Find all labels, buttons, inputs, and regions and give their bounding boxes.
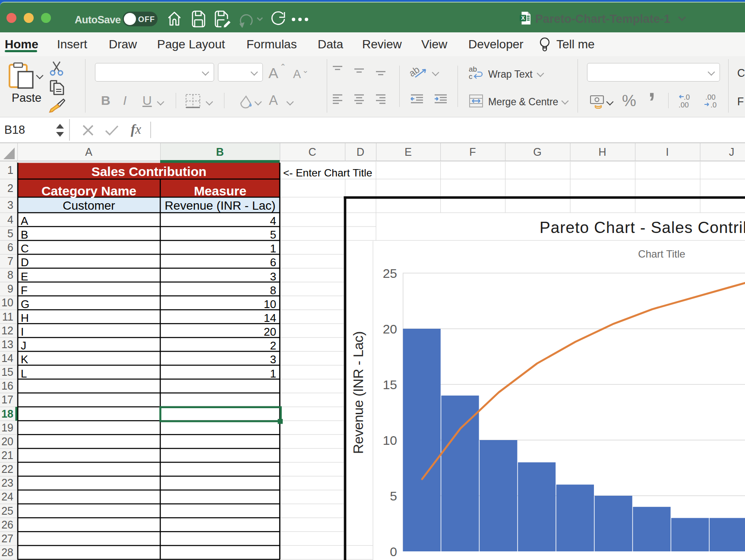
svg-text:Chart Title: Chart Title <box>638 248 685 260</box>
svg-text:Pareto Chart - Sales Contribut: Pareto Chart - Sales Contribution <box>540 219 745 236</box>
svg-text:10: 10 <box>264 298 276 311</box>
svg-text:L: L <box>21 367 27 380</box>
svg-text:1: 1 <box>270 242 276 255</box>
svg-text:I: I <box>21 325 24 338</box>
svg-text:C: C <box>21 242 29 255</box>
svg-text:H: H <box>598 146 606 158</box>
svg-text:.0: .0 <box>684 94 690 101</box>
svg-text:20: 20 <box>264 325 276 338</box>
svg-text:6: 6 <box>270 256 276 269</box>
svg-text:c: c <box>469 72 473 80</box>
svg-text:2: 2 <box>7 182 13 194</box>
svg-text:Customer: Customer <box>63 199 115 212</box>
svg-text:E: E <box>404 146 412 158</box>
svg-text:E: E <box>21 270 28 283</box>
svg-text:Revenue (INR - Lac): Revenue (INR - Lac) <box>165 199 276 212</box>
svg-text:24: 24 <box>1 491 13 503</box>
svg-text:I: I <box>666 146 669 158</box>
svg-text:G: G <box>533 146 541 158</box>
svg-text:21: 21 <box>1 449 13 461</box>
svg-text:Revenue (INR - Lac): Revenue (INR - Lac) <box>350 331 366 454</box>
svg-text:5: 5 <box>7 227 13 239</box>
svg-text:.00: .00 <box>679 101 689 109</box>
svg-text:<- Enter Chart Title: <- Enter Chart Title <box>283 167 372 179</box>
svg-text:Category Name: Category Name <box>41 184 136 198</box>
svg-text:17: 17 <box>1 393 13 406</box>
svg-text:14: 14 <box>1 352 13 364</box>
svg-text:16: 16 <box>1 380 13 392</box>
svg-text:A: A <box>21 214 28 227</box>
svg-text:10: 10 <box>1 296 13 308</box>
svg-text:0: 0 <box>390 544 397 559</box>
svg-text:K: K <box>21 353 28 366</box>
svg-text:Sales Contribution: Sales Contribution <box>92 164 207 179</box>
svg-text:18: 18 <box>1 408 13 420</box>
svg-text:1: 1 <box>7 164 13 176</box>
svg-text:23: 23 <box>1 477 13 489</box>
svg-text:13: 13 <box>1 338 13 350</box>
svg-text:11: 11 <box>2 311 13 323</box>
svg-text:6: 6 <box>7 241 13 253</box>
svg-text:19: 19 <box>1 422 13 434</box>
svg-text:C: C <box>308 146 316 158</box>
svg-text:X: X <box>521 15 525 21</box>
svg-text:D: D <box>21 256 29 269</box>
svg-text:5: 5 <box>270 228 276 241</box>
svg-text:3: 3 <box>270 353 276 366</box>
svg-text:7: 7 <box>7 255 13 267</box>
svg-text:9: 9 <box>7 283 13 295</box>
svg-text:A: A <box>85 146 92 158</box>
svg-text:Measure: Measure <box>194 184 246 198</box>
svg-text:4: 4 <box>7 214 13 226</box>
svg-text:1: 1 <box>270 367 276 380</box>
svg-text:8: 8 <box>270 284 276 297</box>
svg-text:20: 20 <box>383 322 397 336</box>
svg-text:27: 27 <box>1 532 13 544</box>
svg-text:28: 28 <box>1 546 13 558</box>
svg-text:26: 26 <box>1 519 13 531</box>
svg-text:F: F <box>21 284 28 297</box>
svg-text:D: D <box>357 146 364 158</box>
svg-text:4: 4 <box>270 214 276 227</box>
svg-text:22: 22 <box>1 463 13 475</box>
svg-text:3: 3 <box>7 199 13 211</box>
svg-text:.00: .00 <box>705 94 716 101</box>
svg-text:J: J <box>729 146 735 158</box>
svg-text:8: 8 <box>7 269 13 281</box>
svg-text:H: H <box>21 311 29 324</box>
svg-text:20: 20 <box>1 435 13 447</box>
svg-text:10: 10 <box>383 433 397 447</box>
svg-text:F: F <box>469 146 476 158</box>
svg-text:15: 15 <box>383 378 397 392</box>
svg-text:15: 15 <box>1 366 13 378</box>
svg-text:3: 3 <box>270 270 276 283</box>
svg-text:.0: .0 <box>710 101 717 109</box>
svg-text:25: 25 <box>383 266 397 280</box>
svg-text:G: G <box>21 298 29 311</box>
svg-text:12: 12 <box>1 324 13 337</box>
svg-text:B: B <box>21 228 28 241</box>
svg-text:25: 25 <box>1 505 13 517</box>
svg-text:14: 14 <box>264 311 276 324</box>
svg-text:5: 5 <box>390 489 397 503</box>
svg-text:B: B <box>216 146 224 158</box>
svg-text:2: 2 <box>270 339 276 352</box>
svg-text:J: J <box>21 339 26 352</box>
